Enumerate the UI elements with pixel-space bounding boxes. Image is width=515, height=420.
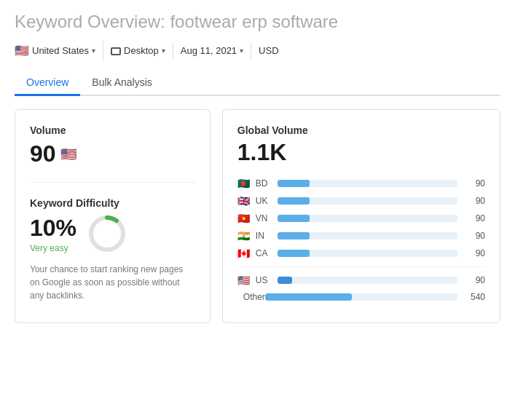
difficulty-value: 10% xyxy=(30,215,76,242)
country-code-label: BD xyxy=(256,178,272,189)
difficulty-section: Keyword Difficulty 10% Very easy Your ch… xyxy=(30,197,195,302)
currency-label: USD xyxy=(259,45,278,56)
country-filter[interactable]: 🇺🇸 United States ▾ xyxy=(15,41,103,60)
country-bar-bg xyxy=(278,250,457,257)
country-code-label: VN xyxy=(256,213,272,223)
global-volume-value: 1.1K xyxy=(237,139,485,166)
country-code-label: IN xyxy=(256,231,272,241)
difficulty-description: Your chance to start ranking new pages o… xyxy=(30,263,195,302)
country-count-label: 90 xyxy=(463,196,485,206)
device-chevron-icon: ▾ xyxy=(162,47,165,55)
country-bar-fill xyxy=(278,250,310,257)
country-flag-icon: 🇨🇦 xyxy=(237,247,250,259)
cards-row: Volume 90 🇺🇸 Keyword Difficulty 10% Very… xyxy=(15,109,500,323)
country-row: 🇨🇦CA90 xyxy=(237,247,485,259)
country-bar-bg xyxy=(265,293,457,301)
country-bar-fill xyxy=(278,232,310,239)
date-chevron-icon: ▾ xyxy=(240,47,243,55)
country-divider xyxy=(237,266,485,267)
country-code-label: CA xyxy=(256,248,272,258)
country-bar-bg xyxy=(278,232,457,239)
country-count-label: 90 xyxy=(463,178,485,189)
country-row: 🇬🇧UK90 xyxy=(237,195,485,207)
date-label: Aug 11, 2021 xyxy=(181,45,237,56)
country-count-label: 90 xyxy=(463,213,485,223)
country-list-top: 🇧🇩BD90🇬🇧UK90🇻🇳VN90🇮🇳IN90🇨🇦CA90 xyxy=(237,178,485,259)
country-flag-icon: 🇧🇩 xyxy=(237,178,250,189)
country-bar-fill xyxy=(265,293,352,301)
country-row: 🇺🇸US90 xyxy=(237,274,485,286)
country-bar-fill xyxy=(278,277,292,284)
country-row: 🇧🇩BD90 xyxy=(237,178,485,189)
country-bar-fill xyxy=(278,180,310,187)
date-filter[interactable]: Aug 11, 2021 ▾ xyxy=(173,42,251,59)
volume-number: 90 xyxy=(30,140,56,167)
svg-point-0 xyxy=(91,218,123,250)
title-prefix: Keyword Overview: xyxy=(15,12,165,31)
difficulty-sub: Very easy xyxy=(30,243,76,253)
country-code-label: Other xyxy=(243,292,259,302)
difficulty-row: 10% Very easy xyxy=(30,213,195,254)
country-bar-bg xyxy=(278,180,457,187)
volume-label: Volume xyxy=(30,124,195,136)
filters-bar: 🇺🇸 United States ▾ Desktop ▾ Aug 11, 202… xyxy=(15,41,500,60)
volume-flag-icon: 🇺🇸 xyxy=(60,146,76,162)
country-row: Other540 xyxy=(237,292,485,302)
country-flag-icon: 🇮🇳 xyxy=(237,230,250,242)
volume-value: 90 🇺🇸 xyxy=(30,140,195,167)
country-flag-icon: 🇬🇧 xyxy=(237,195,250,207)
difficulty-donut-chart xyxy=(87,213,127,254)
currency-filter: USD xyxy=(251,42,286,59)
tab-overview[interactable]: Overview xyxy=(15,71,80,96)
monitor-icon xyxy=(111,47,121,55)
country-count-label: 90 xyxy=(463,231,485,241)
device-filter[interactable]: Desktop ▾ xyxy=(103,42,173,59)
country-chevron-icon: ▾ xyxy=(92,47,95,55)
tab-bulk-analysis[interactable]: Bulk Analysis xyxy=(80,71,163,96)
right-card: Global Volume 1.1K 🇧🇩BD90🇬🇧UK90🇻🇳VN90🇮🇳I… xyxy=(222,109,500,323)
country-code-label: US xyxy=(256,275,272,285)
country-flag-icon: 🇺🇸 xyxy=(15,44,29,58)
device-label: Desktop xyxy=(124,45,159,56)
country-row: 🇮🇳IN90 xyxy=(237,230,485,242)
difficulty-label: Keyword Difficulty xyxy=(30,197,195,209)
country-bar-bg xyxy=(278,215,457,222)
country-count-label: 90 xyxy=(463,275,485,285)
country-bar-bg xyxy=(278,277,457,284)
country-flag-icon: 🇺🇸 xyxy=(237,274,250,286)
country-bar-bg xyxy=(278,197,457,205)
country-code-label: UK xyxy=(256,196,272,206)
country-label: United States xyxy=(32,45,89,56)
country-list-bottom: 🇺🇸US90Other540 xyxy=(237,274,485,302)
global-volume-label: Global Volume xyxy=(237,124,485,136)
country-count-label: 90 xyxy=(463,248,485,258)
tabs: Overview Bulk Analysis xyxy=(15,71,500,96)
left-card: Volume 90 🇺🇸 Keyword Difficulty 10% Very… xyxy=(15,109,211,323)
country-flag-icon: 🇻🇳 xyxy=(237,213,250,224)
volume-section: Volume 90 🇺🇸 xyxy=(30,124,195,183)
page-title: Keyword Overview: footwear erp software xyxy=(15,12,500,32)
country-count-label: 540 xyxy=(463,292,485,302)
difficulty-value-block: 10% Very easy xyxy=(30,215,76,253)
country-row: 🇻🇳VN90 xyxy=(237,213,485,224)
country-bar-fill xyxy=(278,197,310,205)
country-bar-fill xyxy=(278,215,310,222)
title-keyword: footwear erp software xyxy=(170,12,338,31)
